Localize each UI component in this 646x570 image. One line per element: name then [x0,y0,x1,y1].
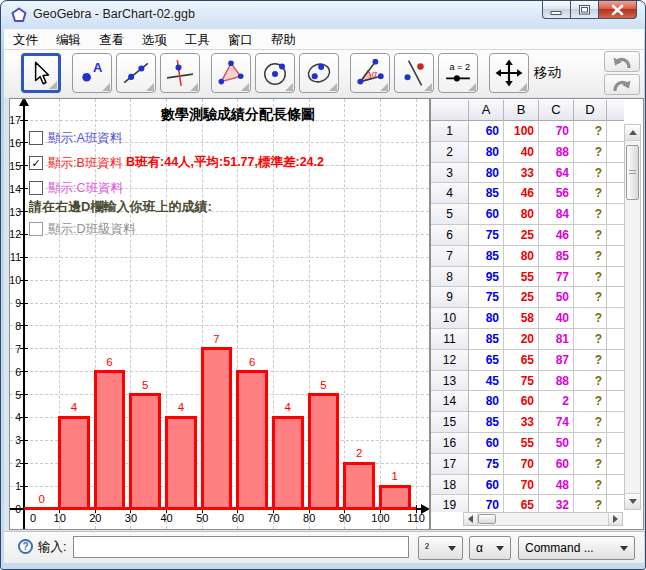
cell-A11[interactable]: 85 [469,329,504,350]
cell-A3[interactable]: 80 [469,163,504,184]
menu-item-1[interactable]: 编辑 [47,29,90,51]
show-class-b-checkbox[interactable]: ✓ [29,156,43,170]
cell-A13[interactable]: 45 [469,371,504,392]
cell-D5[interactable]: ? [574,204,607,225]
cell-filler[interactable] [607,204,624,225]
cell-C17[interactable]: 60 [539,454,574,475]
cell-A19[interactable]: 70 [469,495,504,512]
cell-filler[interactable] [607,329,624,350]
tool-move-button[interactable] [21,53,61,93]
minimize-button[interactable] [542,1,571,19]
menu-item-6[interactable]: 帮助 [262,29,305,51]
cell-filler[interactable] [607,163,624,184]
tool-options-corner-icon[interactable] [329,83,337,91]
column-header-B[interactable]: B [504,100,539,121]
tool-options-corner-icon[interactable] [285,83,293,91]
tool-slider-button[interactable]: a = 2 [438,53,478,93]
cell-D11[interactable]: ? [574,329,607,350]
cell-B13[interactable]: 75 [504,371,539,392]
cell-B1[interactable]: 100 [504,121,539,142]
vertical-scrollbar-thumb[interactable] [626,145,639,200]
row-header-10[interactable]: 10 [431,308,469,329]
bar[interactable] [94,370,126,510]
cell-B15[interactable]: 33 [504,412,539,433]
cell-C15[interactable]: 74 [539,412,574,433]
cell-C8[interactable]: 77 [539,267,574,288]
greek-letter-dropdown[interactable]: α [469,536,511,560]
bar[interactable] [272,416,304,511]
cell-D10[interactable]: ? [574,308,607,329]
row-header-17[interactable]: 17 [431,454,469,475]
algebra-input[interactable] [73,536,409,558]
tool-circle-with-center-button[interactable] [255,53,295,93]
cell-C9[interactable]: 50 [539,287,574,308]
tool-options-corner-icon[interactable] [146,83,154,91]
row-header-5[interactable]: 5 [431,204,469,225]
tool-options-corner-icon[interactable] [241,83,249,91]
tool-polygon-button[interactable] [211,53,251,93]
menu-item-3[interactable]: 选项 [133,29,176,51]
cell-filler[interactable] [607,454,624,475]
menu-item-5[interactable]: 窗口 [219,29,262,51]
cell-D8[interactable]: ? [574,267,607,288]
cell-C6[interactable]: 46 [539,225,574,246]
row-header-19[interactable]: 19 [431,495,469,512]
command-dropdown[interactable]: Command ... [518,536,635,560]
row-header-2[interactable]: 2 [431,142,469,163]
bar[interactable] [58,416,90,511]
cell-A9[interactable]: 75 [469,287,504,308]
row-header-15[interactable]: 15 [431,412,469,433]
cell-filler[interactable] [607,371,624,392]
cell-A16[interactable]: 60 [469,433,504,454]
tool-options-corner-icon[interactable] [380,83,388,91]
column-header-C[interactable]: C [539,100,574,121]
cell-C19[interactable]: 32 [539,495,574,512]
bar[interactable] [129,393,161,510]
scroll-up-button[interactable] [625,125,640,141]
bar[interactable] [165,416,197,511]
cell-B9[interactable]: 25 [504,287,539,308]
cell-filler[interactable] [607,287,624,308]
cell-B12[interactable]: 65 [504,350,539,371]
cell-D17[interactable]: ? [574,454,607,475]
cell-filler[interactable] [607,475,624,496]
maximize-button[interactable] [570,1,599,19]
column-header-D[interactable]: D [574,100,607,121]
row-header-18[interactable]: 18 [431,475,469,496]
cell-A14[interactable]: 80 [469,391,504,412]
scroll-left-button[interactable] [464,513,478,525]
cell-C5[interactable]: 84 [539,204,574,225]
cell-C11[interactable]: 81 [539,329,574,350]
tool-options-corner-icon[interactable] [49,81,57,89]
row-header-4[interactable]: 4 [431,183,469,204]
row-header-6[interactable]: 6 [431,225,469,246]
cell-A5[interactable]: 60 [469,204,504,225]
tool-move-graphics-view-button[interactable] [489,53,529,93]
cell-C1[interactable]: 70 [539,121,574,142]
show-class-d-label[interactable]: 顯示:D班級資料 [48,221,136,238]
show-class-b-label[interactable]: 顯示:B班資料 [48,155,122,172]
cell-filler[interactable] [607,391,624,412]
cell-A17[interactable]: 75 [469,454,504,475]
cell-filler[interactable] [607,495,624,512]
cell-C13[interactable]: 88 [539,371,574,392]
cell-B3[interactable]: 33 [504,163,539,184]
menu-item-0[interactable]: 文件 [4,29,47,51]
cell-B5[interactable]: 80 [504,204,539,225]
scroll-down-button[interactable] [625,493,640,509]
cell-filler[interactable] [607,142,624,163]
tool-options-corner-icon[interactable] [468,83,476,91]
horizontal-scrollbar[interactable] [463,512,623,526]
cell-B14[interactable]: 60 [504,391,539,412]
cell-C10[interactable]: 40 [539,308,574,329]
cell-A7[interactable]: 85 [469,246,504,267]
bar[interactable] [308,393,340,510]
undo-button[interactable] [604,51,640,72]
help-icon[interactable]: ? [18,539,33,554]
cell-B18[interactable]: 70 [504,475,539,496]
cell-A6[interactable]: 75 [469,225,504,246]
cell-filler[interactable] [607,433,624,454]
cell-D18[interactable]: ? [574,475,607,496]
show-class-c-checkbox[interactable] [29,181,43,195]
cell-D9[interactable]: ? [574,287,607,308]
